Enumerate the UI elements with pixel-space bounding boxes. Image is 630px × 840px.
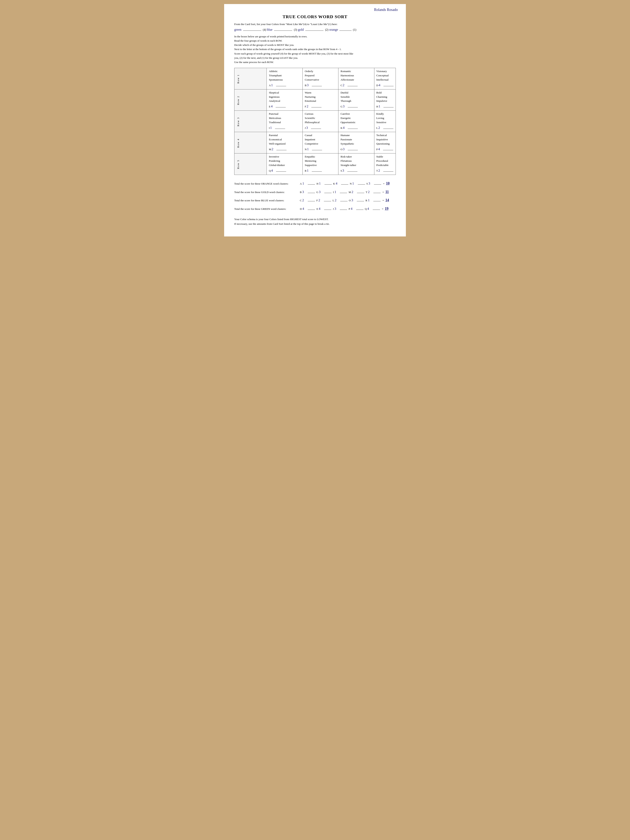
instruction-4: Next to the letter at the bottom of the … xyxy=(234,47,396,51)
word-group-cell: DutifulSensibleThoroughG3 xyxy=(338,89,374,111)
score-letter: Q xyxy=(269,169,271,172)
score-letter: J xyxy=(305,126,306,129)
score-line: M2 xyxy=(269,147,300,151)
word-group-cell: StableProceduralPredictableT2 xyxy=(374,153,396,175)
word-group-cell: AthleticTriumphantSpontaneousA1 xyxy=(267,68,303,89)
word-item: Harmonious xyxy=(340,74,372,78)
total-score-value: 3 xyxy=(319,188,323,196)
page-title: TRUE COLORS WORD SORT xyxy=(234,14,396,19)
total-label: Total the score for these BLUE word clus… xyxy=(234,198,299,203)
score-value: 3 xyxy=(343,169,347,173)
score-line: A1 xyxy=(269,83,300,87)
color3-value: gold xyxy=(298,28,304,32)
word-item: Traditional xyxy=(269,120,300,125)
total-row: Total the score for these BLUE word clus… xyxy=(234,196,396,204)
word-item: Risk-taker xyxy=(340,155,372,159)
score-value: 1 xyxy=(270,126,275,130)
score-line: C2 xyxy=(340,83,372,87)
word-group-cell: VisionaryConceptualIntellectualD4 xyxy=(374,68,396,89)
word-group-cell: CarefreeEnergeticOpportunisticK4 xyxy=(338,111,374,132)
score-line: I1 xyxy=(269,126,300,130)
color1-value: green xyxy=(234,28,242,32)
score-value: 1 xyxy=(271,83,276,87)
word-group-cell: RomanticHarmoniousAffectionateC2 xyxy=(338,68,374,89)
totals-section: Total the score for these ORANGE word cl… xyxy=(234,180,396,213)
color4-value: orange xyxy=(329,28,338,32)
total-score-value: 3 xyxy=(368,180,373,187)
score-line: N1 xyxy=(305,147,336,151)
instruction-7: Use the same process for each ROW. xyxy=(234,60,396,64)
instruction-2: Read the four groups of words in each RO… xyxy=(234,39,396,43)
score-letter: M xyxy=(269,148,271,151)
word-item: Straight-talker xyxy=(340,163,372,167)
total-label: Total the score for these GREEN word clu… xyxy=(234,206,299,212)
score-value: 1 xyxy=(307,169,311,173)
total-score-value: 2 xyxy=(368,188,373,196)
word-group-cell: TechnicalInquisitiveQuestioningP4 xyxy=(374,132,396,153)
score-value: 2 xyxy=(272,147,276,151)
word-item: Competitive xyxy=(305,142,336,146)
total-letter: E xyxy=(316,206,318,212)
word-group-cell: CasualImpatientCompetitiveN1 xyxy=(303,132,338,153)
score-line: E4 xyxy=(269,104,300,109)
total-letter: B xyxy=(300,189,302,195)
score-line: J3 xyxy=(305,126,336,130)
total-letter: S xyxy=(366,181,368,186)
score-value: 2 xyxy=(306,104,311,109)
score-line: G3 xyxy=(340,104,372,109)
word-sort-table: Row 1AthleticTriumphantSpontaneousA1Orde… xyxy=(234,68,396,175)
total-score-value: 2 xyxy=(319,197,323,204)
word-item: Global-thinker xyxy=(269,163,300,167)
word-item: Sensible xyxy=(340,95,372,99)
word-group-cell: EmpathicMentoringSupportiveR1 xyxy=(303,153,338,175)
score-value: 4 xyxy=(379,83,383,87)
total-score-value: 1 xyxy=(352,180,357,187)
word-item: Impulsive xyxy=(376,99,393,103)
score-value: 2 xyxy=(378,169,383,173)
word-item: Analytical xyxy=(269,99,300,103)
word-item: Stable xyxy=(376,155,393,159)
word-item: Economical xyxy=(269,137,300,142)
word-group-cell: HumanePassionateSympatheticO3 xyxy=(338,132,374,153)
score-letter: O xyxy=(340,148,342,151)
total-score-value: 1 xyxy=(368,197,373,204)
score-letter: F xyxy=(305,105,306,108)
word-item: Conceptual xyxy=(376,74,393,78)
row-label: Row 1 xyxy=(234,68,267,89)
handwritten-name: Rolands Rosado xyxy=(374,8,398,12)
instruction-1: In the boxes below are groups of words p… xyxy=(234,34,396,39)
footer-text: Your Color schema is your four Colors li… xyxy=(234,217,396,226)
total-score-value: 3 xyxy=(302,188,307,196)
total-score-value: 1 xyxy=(319,180,324,187)
total-letter: N xyxy=(350,181,352,186)
row-label: Row 5 xyxy=(234,153,267,175)
rank3-label: (2) xyxy=(325,28,328,32)
score-letter: H xyxy=(376,105,378,108)
score-letter: C xyxy=(340,84,342,87)
score-letter: G xyxy=(340,105,342,108)
score-letter: P xyxy=(376,148,378,151)
word-item: Parental xyxy=(269,133,300,137)
word-item: Affectionate xyxy=(340,78,372,82)
total-letter: O xyxy=(349,198,351,203)
score-letter: R xyxy=(305,169,306,172)
word-item: Questioning xyxy=(376,142,393,146)
total-row: Total the score for these ORANGE word cl… xyxy=(234,180,396,187)
row-label: Row 2 xyxy=(234,89,267,111)
score-line: R1 xyxy=(305,169,336,173)
word-item: Inquisitive xyxy=(376,137,393,142)
total-score-value: 3 xyxy=(335,205,339,212)
word-item: Philosophical xyxy=(305,120,336,125)
total-sum: 19 xyxy=(385,205,388,213)
word-item: Prepared xyxy=(305,74,336,78)
word-item: Flirtatious xyxy=(340,159,372,163)
word-item: Energetic xyxy=(340,116,372,120)
total-letter: G xyxy=(316,189,318,195)
word-item: Humane xyxy=(340,133,372,137)
score-value: 3 xyxy=(343,104,347,109)
total-score-value: 2 xyxy=(302,197,307,204)
score-letter: D xyxy=(376,84,378,87)
word-item: Supportive xyxy=(305,163,336,167)
total-letter: K xyxy=(333,181,335,186)
word-group-cell: InventivePonderingGlobal-thinkerQ4 xyxy=(267,153,303,175)
